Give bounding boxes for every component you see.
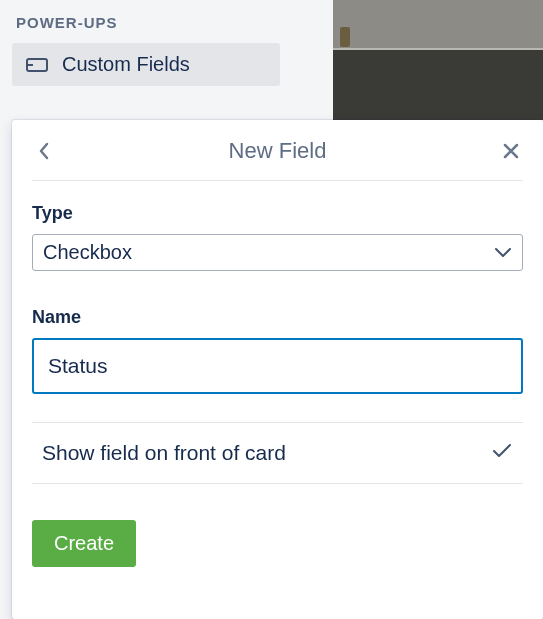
- name-input[interactable]: [32, 338, 523, 394]
- modal-header: New Field: [32, 130, 523, 181]
- annotation-arrow: [142, 612, 402, 619]
- type-value: Checkbox: [43, 241, 132, 264]
- new-field-modal: New Field Type Checkbox Name Show field …: [12, 120, 543, 619]
- close-button[interactable]: [499, 139, 523, 163]
- modal-title: New Field: [56, 138, 499, 164]
- sidebar-item-label: Custom Fields: [62, 53, 190, 76]
- sidebar-item-custom-fields[interactable]: Custom Fields: [12, 43, 280, 86]
- back-button[interactable]: [32, 139, 56, 163]
- type-section: Type Checkbox: [32, 181, 523, 271]
- name-label: Name: [32, 307, 523, 328]
- custom-fields-icon: [26, 56, 48, 74]
- section-header-power-ups: POWER-UPS: [16, 14, 321, 31]
- chevron-down-icon: [494, 244, 512, 262]
- show-on-front-label: Show field on front of card: [42, 441, 286, 465]
- type-label: Type: [32, 203, 523, 224]
- chevron-left-icon: [37, 141, 51, 161]
- create-button[interactable]: Create: [32, 520, 136, 567]
- check-icon: [491, 442, 513, 464]
- sidebar: POWER-UPS Custom Fields: [0, 0, 333, 100]
- background-grey-panel: [333, 0, 543, 50]
- close-icon: [502, 142, 520, 160]
- show-on-front-toggle[interactable]: Show field on front of card: [32, 422, 523, 484]
- name-section: Name: [32, 271, 523, 394]
- type-select[interactable]: Checkbox: [32, 234, 523, 271]
- background-item: [340, 27, 350, 47]
